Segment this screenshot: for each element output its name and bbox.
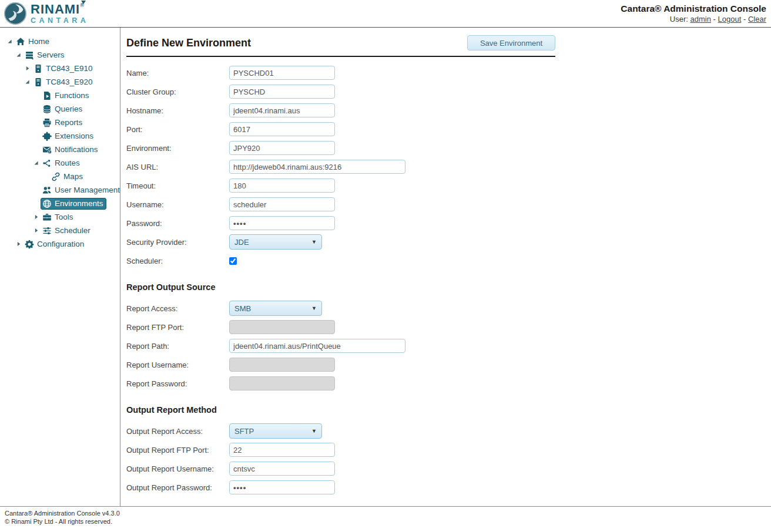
report-path-input[interactable]: [229, 339, 405, 353]
sidebar-item-label: Scheduler: [55, 226, 90, 235]
expand-arrow-icon[interactable]: [31, 213, 41, 222]
security-provider-select[interactable]: JDE▼: [229, 234, 322, 250]
server-icon: [33, 64, 43, 73]
trademark-triangle-icon: [81, 1, 86, 4]
collapse-arrow-icon[interactable]: [22, 78, 32, 87]
scheduler-checkbox[interactable]: [229, 257, 237, 265]
report-password-row: Report Password:: [126, 376, 555, 390]
password-input[interactable]: [229, 216, 335, 230]
tree-node[interactable]: Scheduler: [41, 225, 93, 237]
output-report-ftp-port-input[interactable]: [229, 443, 335, 457]
report-access-row: Report Access:SMB▼: [126, 301, 555, 315]
username-row: Username:: [126, 197, 555, 211]
tree-node[interactable]: Servers: [23, 49, 68, 61]
collapse-arrow-icon[interactable]: [31, 159, 41, 168]
port-input[interactable]: [229, 122, 335, 136]
section-title-report-output-source: Report Output Source: [126, 282, 555, 292]
user-session-line: User: admin - Logout - Clear: [621, 15, 766, 25]
tree-node[interactable]: Home: [14, 36, 52, 48]
environment-input[interactable]: [229, 141, 335, 155]
ais-url-input[interactable]: [229, 160, 405, 174]
username-label: Username:: [126, 200, 229, 209]
sidebar-item-label: Reports: [55, 118, 82, 127]
collapse-arrow-icon[interactable]: [5, 37, 14, 46]
sidebar-item-environments[interactable]: Environments: [0, 197, 120, 210]
tree-node[interactable]: Routes: [41, 157, 83, 169]
expand-arrow-icon[interactable]: [22, 64, 32, 73]
sidebar-item-maps[interactable]: Maps: [0, 170, 120, 183]
link-icon: [51, 172, 61, 181]
sidebar-item-functions[interactable]: Functions: [0, 89, 120, 102]
arrow-spacer: [31, 199, 41, 208]
sidebar-item-home[interactable]: Home: [0, 35, 120, 48]
report-ftp-port-input: [229, 320, 335, 334]
environment-label: Environment:: [126, 144, 229, 153]
expand-arrow-icon[interactable]: [31, 226, 41, 235]
page-title: Define New Environment: [126, 37, 251, 49]
sidebar-item-routes[interactable]: Routes: [0, 156, 120, 170]
tree-node[interactable]: Queries: [41, 103, 85, 115]
brand-logo-block[interactable]: RINAMI® CANTARA: [4, 2, 89, 25]
printer-icon: [42, 118, 52, 127]
cluster-group-input[interactable]: [229, 85, 335, 99]
ais-url-row: AIS URL:: [126, 160, 555, 174]
tree-node[interactable]: Reports: [41, 117, 85, 129]
port-label: Port:: [126, 125, 229, 134]
scheduler-label: Scheduler:: [126, 257, 229, 265]
sidebar-item-label: Home: [28, 37, 49, 46]
sidebar-item-tc843-e920[interactable]: TC843_E920: [0, 75, 120, 89]
cluster-group-label: Cluster Group:: [126, 87, 229, 96]
password-row: Password:: [126, 216, 555, 230]
sidebar-item-reports[interactable]: Reports: [0, 116, 120, 129]
tree-node[interactable]: Maps: [49, 171, 86, 183]
output-report-password-input[interactable]: [229, 480, 335, 494]
sidebar-item-notifications[interactable]: Notifications: [0, 143, 120, 156]
sidebar-item-servers[interactable]: Servers: [0, 48, 120, 62]
sidebar-item-tools[interactable]: Tools: [0, 210, 120, 224]
output-report-username-input[interactable]: [229, 462, 335, 476]
arrow-spacer: [31, 132, 41, 141]
sidebar-item-queries[interactable]: Queries: [0, 102, 120, 116]
save-environment-button[interactable]: Save Environment: [467, 35, 555, 50]
dropdown-caret-icon: ▼: [311, 428, 317, 434]
tree-node[interactable]: Tools: [41, 211, 76, 223]
functions-icon: [42, 91, 52, 100]
tree-node[interactable]: TC843_E920: [32, 76, 96, 88]
output-report-access-row: Output Report Access:SFTP▼: [126, 424, 555, 438]
hostname-input[interactable]: [229, 103, 335, 117]
expand-arrow-icon[interactable]: [14, 240, 23, 249]
sidebar-item-extensions[interactable]: Extensions: [0, 129, 120, 143]
logout-link[interactable]: Logout: [718, 15, 742, 23]
sidebar-item-label: Servers: [37, 50, 65, 59]
gear-icon: [25, 240, 35, 249]
tree-node[interactable]: Configuration: [23, 238, 87, 250]
selected-option-label: JDE: [234, 238, 249, 247]
clear-link[interactable]: Clear: [748, 15, 766, 23]
report-access-select[interactable]: SMB▼: [229, 301, 322, 316]
name-input[interactable]: [229, 66, 335, 80]
sidebar-item-configuration[interactable]: Configuration: [0, 237, 120, 251]
report-username-row: Report Username:: [126, 358, 555, 372]
security-provider-label: Security Provider:: [126, 238, 229, 247]
report-password-input: [229, 376, 335, 390]
tree-node[interactable]: Functions: [41, 90, 92, 102]
user-profile-link[interactable]: admin: [690, 15, 711, 23]
queries-icon: [42, 105, 52, 114]
ais-url-label: AIS URL:: [126, 163, 229, 171]
username-input[interactable]: [229, 197, 335, 211]
selected-option-label: SFTP: [234, 427, 254, 436]
output-report-access-select[interactable]: SFTP▼: [229, 423, 322, 439]
output-report-password-row: Output Report Password:: [126, 480, 555, 494]
tree-node[interactable]: TC843_E910: [32, 63, 96, 75]
tree-node[interactable]: Extensions: [41, 130, 96, 142]
tree-node[interactable]: Notifications: [41, 144, 101, 156]
tree-node-selected[interactable]: Environments: [41, 198, 106, 210]
output-report-ftp-port-row: Output Report FTP Port:: [126, 443, 555, 457]
timeout-input[interactable]: [229, 179, 335, 193]
sidebar-item-scheduler[interactable]: Scheduler: [0, 224, 120, 237]
tree-node[interactable]: User Management: [41, 184, 120, 196]
output-report-username-label: Output Report Username:: [126, 464, 229, 473]
sidebar-item-user-management[interactable]: User Management: [0, 183, 120, 197]
collapse-arrow-icon[interactable]: [14, 50, 23, 60]
sidebar-item-tc843-e910[interactable]: TC843_E910: [0, 62, 120, 75]
